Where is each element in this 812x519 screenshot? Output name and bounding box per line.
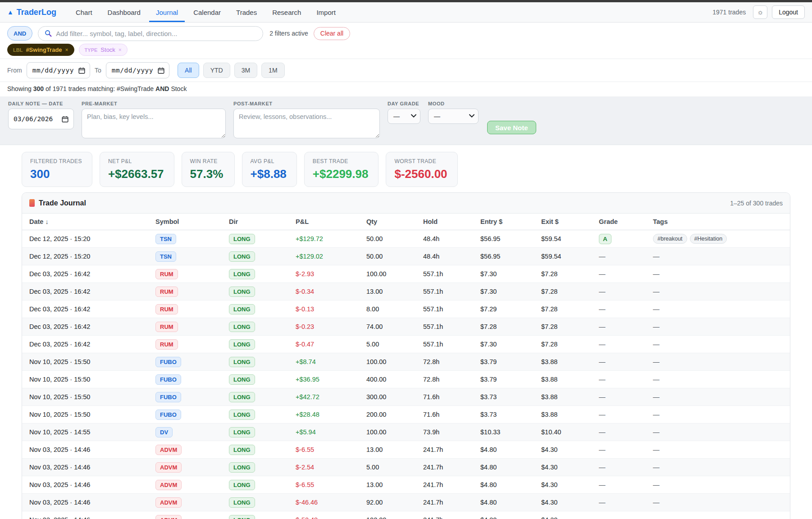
to-date-input[interactable]: mm/dd/yyyy	[106, 62, 169, 78]
cell-date: Nov 03, 2025 · 14:46	[29, 446, 155, 453]
preset-ytd-button[interactable]: YTD	[203, 63, 230, 78]
nav-item-journal[interactable]: Journal	[149, 2, 185, 22]
cell-date: Dec 03, 2025 · 16:42	[29, 323, 155, 330]
brand-logo[interactable]: ▲ TraderLog	[7, 2, 56, 22]
nav-item-dashboard[interactable]: Dashboard	[101, 2, 147, 22]
stat-label: BEST TRADE	[313, 158, 369, 164]
symbol-pill: RUM	[155, 339, 178, 350]
cell-exit: $4.30	[541, 516, 599, 519]
premarket-textarea[interactable]	[82, 109, 226, 138]
filter-mode-toggle[interactable]: AND	[7, 26, 32, 41]
filter-search-input[interactable]	[56, 30, 256, 37]
table-row[interactable]: Nov 03, 2025 · 14:46 ADVM LONG $-6.55 13…	[22, 476, 790, 494]
chip-remove-icon[interactable]: ×	[119, 47, 122, 53]
stat-card-net-p-l: NET P&L +$2663.57	[100, 152, 174, 187]
tag-pill[interactable]: #Hesitation	[690, 234, 727, 244]
nav-item-research[interactable]: Research	[265, 2, 308, 22]
cell-tags: —	[653, 341, 783, 348]
preset-3m-button[interactable]: 3M	[234, 63, 257, 78]
from-date-input[interactable]: mm/dd/yyyy	[27, 62, 90, 78]
table-row[interactable]: Dec 12, 2025 · 15:20 TSN LONG +$129.02 5…	[22, 248, 790, 265]
cell-hold: 72.8h	[423, 358, 480, 365]
column-header-date[interactable]: Date ↓	[29, 218, 155, 225]
cell-pnl: +$129.72	[296, 235, 366, 242]
preset-1m-button[interactable]: 1M	[261, 63, 284, 78]
tags-empty: —	[653, 270, 660, 278]
table-row[interactable]: Nov 10, 2025 · 15:50 FUBO LONG +$42.72 3…	[22, 388, 790, 406]
table-row[interactable]: Nov 03, 2025 · 14:46 ADVM LONG $-6.55 13…	[22, 441, 790, 459]
cell-date: Dec 03, 2025 · 16:42	[29, 288, 155, 295]
filters-active-text: 2 filters active	[269, 30, 308, 37]
cell-tags: —	[653, 428, 783, 436]
column-header-entry[interactable]: Entry $	[480, 218, 541, 225]
column-header-pnl[interactable]: P&L	[296, 218, 366, 225]
table-row[interactable]: Nov 03, 2025 · 14:46 ADVM LONG $-52.48 1…	[22, 511, 790, 519]
cell-pnl: $-6.55	[296, 446, 366, 453]
cell-hold: 73.9h	[423, 428, 480, 436]
nav-item-import[interactable]: Import	[310, 2, 342, 22]
postmarket-textarea[interactable]	[233, 109, 380, 138]
table-row[interactable]: Dec 12, 2025 · 15:20 TSN LONG +$129.72 5…	[22, 230, 790, 248]
nav-item-calendar[interactable]: Calendar	[187, 2, 228, 22]
cell-qty: 5.00	[366, 341, 423, 348]
cell-qty: 92.00	[366, 499, 423, 506]
sun-icon: ☼	[757, 8, 764, 16]
calendar-icon	[78, 67, 85, 74]
cell-grade: —	[599, 516, 653, 519]
table-row[interactable]: Dec 03, 2025 · 16:42 RUM LONG $-2.93 100…	[22, 265, 790, 283]
chip-remove-icon[interactable]: ×	[65, 47, 68, 53]
logout-button[interactable]: Logout	[772, 5, 805, 19]
table-row[interactable]: Dec 03, 2025 · 16:42 RUM LONG $-0.23 74.…	[22, 318, 790, 336]
table-row[interactable]: Dec 03, 2025 · 16:42 RUM LONG $-0.34 13.…	[22, 283, 790, 300]
cell-pnl: +$28.48	[296, 411, 366, 418]
column-header-hold[interactable]: Hold	[423, 218, 480, 225]
cell-grade: —	[599, 393, 653, 401]
table-row[interactable]: Nov 10, 2025 · 15:50 FUBO LONG +$28.48 2…	[22, 406, 790, 423]
table-row[interactable]: Dec 03, 2025 · 16:42 RUM LONG $-0.47 5.0…	[22, 336, 790, 353]
table-row[interactable]: Nov 10, 2025 · 15:50 FUBO LONG +$8.74 10…	[22, 353, 790, 371]
column-header-symbol[interactable]: Symbol	[155, 218, 229, 225]
preset-all-button[interactable]: All	[178, 63, 199, 78]
cell-dir: LONG	[229, 357, 296, 367]
cell-tags: —	[653, 323, 783, 330]
tags-empty: —	[653, 341, 660, 348]
column-header-qty[interactable]: Qty	[366, 218, 423, 225]
column-header-dir[interactable]: Dir	[229, 218, 296, 225]
daily-note-date-input[interactable]: 03/06/2026	[8, 109, 74, 129]
header-right: 1971 trades ☼ Logout	[712, 2, 805, 22]
table-row[interactable]: Dec 03, 2025 · 16:42 RUM LONG $-0.13 8.0…	[22, 300, 790, 318]
table-row[interactable]: Nov 10, 2025 · 14:55 DV LONG +$5.94 100.…	[22, 423, 790, 441]
direction-pill: LONG	[229, 251, 255, 262]
theme-toggle-button[interactable]: ☼	[753, 5, 767, 19]
table-row[interactable]: Nov 03, 2025 · 14:46 ADVM LONG $-46.46 9…	[22, 494, 790, 511]
tags-empty: —	[653, 358, 660, 365]
cell-entry: $4.80	[480, 464, 541, 471]
nav-item-chart[interactable]: Chart	[69, 2, 99, 22]
tags-empty: —	[653, 305, 660, 313]
symbol-pill: TSN	[155, 234, 176, 244]
tag-pill[interactable]: #breakout	[653, 234, 687, 244]
nav-item-trades[interactable]: Trades	[229, 2, 264, 22]
cell-tags: —	[653, 411, 783, 418]
mood-select[interactable]: —	[428, 109, 479, 124]
cell-dir: LONG	[229, 251, 296, 262]
column-header-grade[interactable]: Grade	[599, 218, 653, 225]
column-header-exit[interactable]: Exit $	[541, 218, 599, 225]
cell-grade: —	[599, 481, 653, 488]
chip-value: Stock	[100, 46, 115, 53]
day-grade-select[interactable]: —	[388, 109, 420, 124]
grade-empty: —	[599, 516, 606, 519]
cell-date: Nov 10, 2025 · 15:50	[29, 411, 155, 418]
cell-date: Dec 03, 2025 · 16:42	[29, 341, 155, 348]
cell-dir: LONG	[229, 374, 296, 385]
table-row[interactable]: Nov 10, 2025 · 15:50 FUBO LONG +$36.95 4…	[22, 371, 790, 388]
table-row[interactable]: Nov 03, 2025 · 14:46 ADVM LONG $-2.54 5.…	[22, 459, 790, 476]
cell-grade: —	[599, 499, 653, 506]
tags-empty: —	[653, 464, 660, 471]
clear-all-filters-button[interactable]: Clear all	[314, 27, 350, 40]
cell-tags: —	[653, 464, 783, 471]
column-header-tags[interactable]: Tags	[653, 218, 783, 225]
chip-kind: LBL	[13, 47, 23, 53]
direction-pill: LONG	[229, 515, 255, 519]
save-note-button[interactable]: Save Note	[487, 121, 536, 134]
